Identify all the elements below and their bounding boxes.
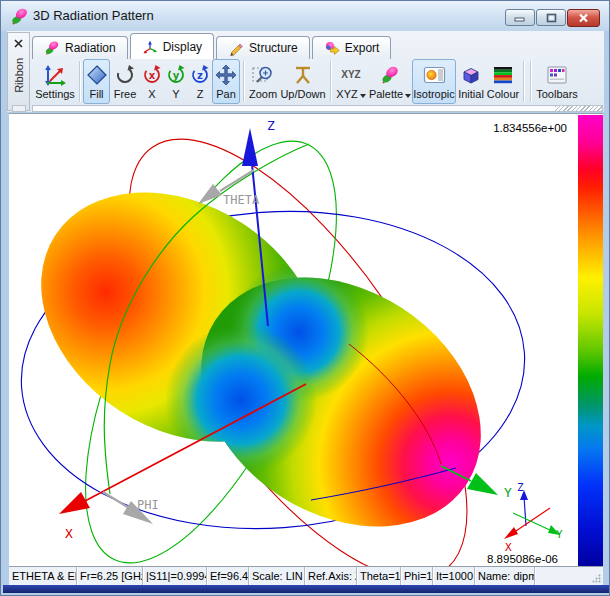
tab-label: Structure <box>249 41 298 55</box>
tab-structure[interactable]: Structure <box>216 36 310 59</box>
status-frequency: Fr=6.25 [GHz] <box>77 567 143 585</box>
button-label: Zoom <box>249 88 277 101</box>
fill-diamond-icon <box>86 62 108 88</box>
pan-icon <box>215 62 237 88</box>
close-icon <box>578 13 589 23</box>
grip-hatch-icon <box>555 106 602 111</box>
toolbar: Settings Fill Free x X <box>32 59 604 104</box>
button-label: Palette <box>369 88 403 101</box>
palette-pattern-icon <box>380 62 400 88</box>
updown-button[interactable]: Up/Down <box>279 59 327 104</box>
button-label: Initial <box>458 88 484 101</box>
window-title: 3D Radiation Pattern <box>33 8 154 23</box>
zoom-button[interactable]: Zoom <box>247 59 279 104</box>
toolbar-resize-grip[interactable] <box>32 105 603 112</box>
toolbars-button[interactable]: Toolbars <box>534 59 580 104</box>
theta-arrow-line <box>220 170 254 191</box>
colorbar <box>578 115 603 566</box>
tab-label: Export <box>345 41 380 55</box>
toolbar-separator <box>523 61 524 102</box>
dropdown-caret-icon <box>360 94 366 98</box>
orientation-triad: Z X Y <box>504 481 563 554</box>
button-label: Toolbars <box>536 88 578 101</box>
app-window: 3D Radiation Pattern Ribbon Radiation <box>0 0 610 596</box>
xyz-button[interactable]: XYZ XYZ <box>334 59 368 104</box>
close-button[interactable] <box>567 9 600 27</box>
rotate-z-icon: z <box>189 62 211 88</box>
status-components: ETHETA & EPHI <box>9 567 77 585</box>
maximize-button[interactable] <box>536 9 566 26</box>
3d-viewport[interactable]: Z X Y THETA PHI <box>9 113 603 566</box>
radiation-pattern-scene: Z X Y THETA PHI <box>9 114 603 567</box>
button-label: Z <box>197 88 204 101</box>
resize-grip[interactable] <box>589 567 603 585</box>
status-scale: Scale: LIN <box>249 567 305 585</box>
palette-button[interactable]: Palette <box>368 59 412 104</box>
status-ref-axis: Ref.Axis: Z <box>305 567 357 585</box>
button-label: Free <box>114 88 137 101</box>
title-bar[interactable]: 3D Radiation Pattern <box>1 1 610 31</box>
minimize-button[interactable] <box>505 9 535 26</box>
xyz-icon: XYZ <box>338 62 364 88</box>
y-axis-arrowhead <box>467 473 498 495</box>
button-label: Pan <box>216 88 236 101</box>
tab-display[interactable]: Display <box>130 33 214 59</box>
toolbar-separator <box>330 61 331 102</box>
tab-label: Display <box>163 40 202 54</box>
x-axis-label: X <box>65 526 73 541</box>
glyph-y: y <box>173 70 180 81</box>
settings-axes-icon <box>43 62 67 88</box>
status-s11: |S11|=0.9994 <box>143 567 207 585</box>
toolbar-separator <box>79 61 80 102</box>
colour-button[interactable]: Colour <box>486 59 520 104</box>
colorbar-max-value: 1.834556e+00 <box>493 122 567 134</box>
close-icon <box>14 39 23 48</box>
phi-label: PHI <box>137 498 159 512</box>
maximize-icon <box>546 13 557 23</box>
export-arrow-icon <box>324 40 340 56</box>
button-label: Y <box>172 88 179 101</box>
toolbar-separator <box>530 61 531 102</box>
xyz-icon-text: XYZ <box>341 69 360 80</box>
app-icon <box>10 7 29 26</box>
initial-button[interactable]: Initial <box>456 59 486 104</box>
colorbar-min-value: 8.895086e-06 <box>487 553 558 565</box>
toolbars-icon <box>546 62 568 88</box>
status-efficiency: Ef=96.45 <box>207 567 249 585</box>
pan-button[interactable]: Pan <box>212 59 240 104</box>
ribbon-close-button[interactable] <box>10 35 27 51</box>
status-iterations: It=1000 <box>433 567 475 585</box>
button-label: Up/Down <box>280 88 325 101</box>
colour-stripes-icon <box>492 62 514 88</box>
button-label: Isotropic <box>413 88 455 101</box>
settings-button[interactable]: Settings <box>34 59 76 104</box>
fill-button[interactable]: Fill <box>83 59 110 104</box>
isotropic-button[interactable]: Isotropic <box>412 59 456 104</box>
theta-arrowhead <box>198 184 222 204</box>
tab-label: Radiation <box>65 41 116 55</box>
pencil-icon <box>228 40 244 56</box>
button-label: Settings <box>35 88 75 101</box>
status-theta-step: Theta=1 <box>357 567 401 585</box>
ribbon-panel-label: Ribbon <box>13 58 25 93</box>
tab-radiation[interactable]: Radiation <box>32 36 128 59</box>
rotate-y-button[interactable]: y Y <box>164 59 188 104</box>
tab-export[interactable]: Export <box>312 36 392 59</box>
window-bottom-edge <box>3 585 609 593</box>
triad-z-label: Z <box>517 481 524 494</box>
button-label: XYZ <box>336 88 357 101</box>
button-label: Fill <box>89 88 103 101</box>
z-axis-arrowhead <box>242 128 258 166</box>
rotate-x-icon: x <box>141 62 163 88</box>
rotate-free-button[interactable]: Free <box>110 59 140 104</box>
toolbar-separator <box>243 61 244 102</box>
rotate-z-button[interactable]: z Z <box>188 59 212 104</box>
z-axis-label: Z <box>267 118 275 133</box>
isotropic-icon <box>423 62 446 88</box>
glyph-x: x <box>149 70 156 81</box>
button-label: X <box>148 88 155 101</box>
button-label: Colour <box>487 88 519 101</box>
rotate-x-button[interactable]: x X <box>140 59 164 104</box>
status-bar: ETHETA & EPHI Fr=6.25 [GHz] |S11|=0.9994… <box>9 566 603 585</box>
rotate-y-icon: y <box>165 62 187 88</box>
